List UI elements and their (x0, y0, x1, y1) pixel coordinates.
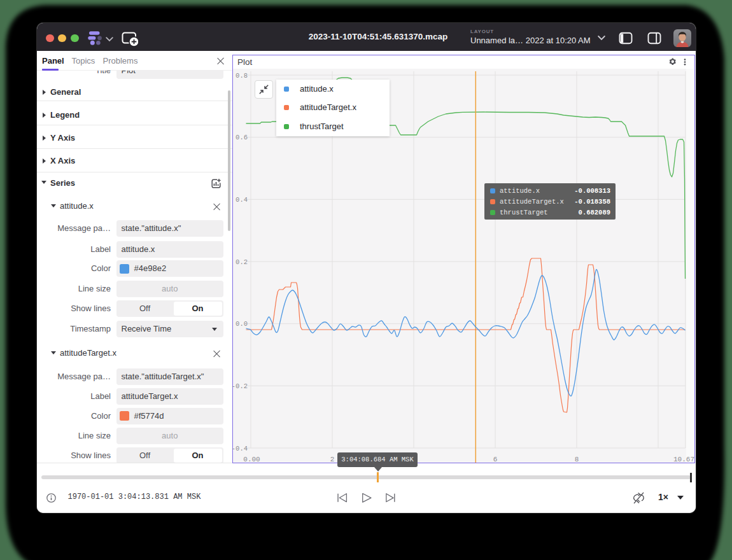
svg-text:0.0: 0.0 (236, 320, 248, 328)
svg-text:0.00: 0.00 (243, 456, 260, 463)
svg-text:0.2: 0.2 (236, 258, 248, 266)
svg-text:0.4: 0.4 (236, 196, 248, 204)
svg-text:0.8: 0.8 (236, 72, 248, 80)
svg-text:-0.4: -0.4 (232, 445, 248, 452)
svg-text:6: 6 (493, 456, 498, 463)
svg-text:8: 8 (575, 456, 579, 463)
svg-text:-0.2: -0.2 (232, 382, 248, 390)
svg-text:10.67: 10.67 (673, 456, 694, 463)
svg-text:2: 2 (330, 456, 335, 463)
svg-text:0.6: 0.6 (236, 134, 248, 141)
